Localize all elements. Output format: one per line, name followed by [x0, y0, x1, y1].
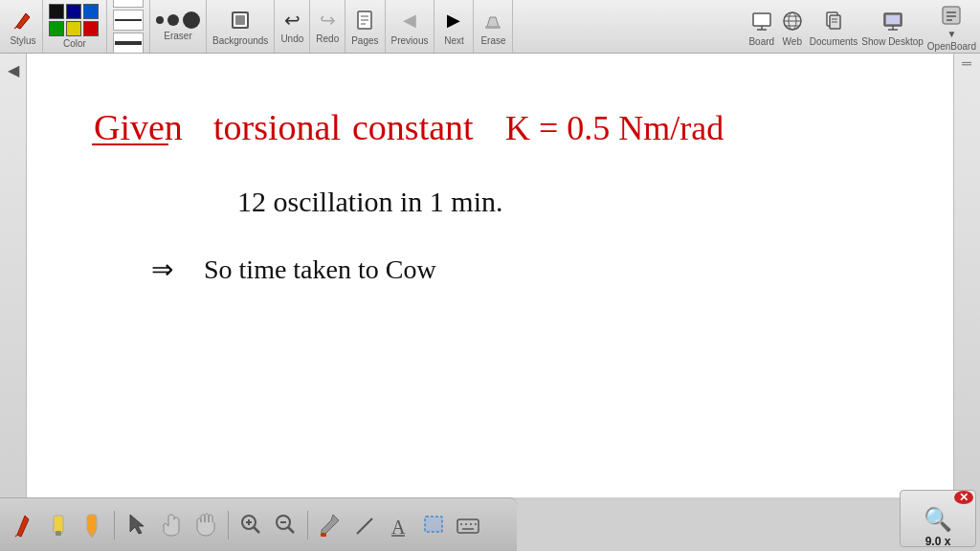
color-green[interactable] [49, 21, 64, 36]
svg-rect-3 [235, 15, 245, 25]
line-draw-button[interactable] [349, 508, 380, 542]
separator-1 [114, 511, 115, 540]
svg-text:A: A [391, 517, 406, 538]
web-button[interactable] [779, 8, 806, 34]
openboard-chevron[interactable]: ▼ [947, 29, 956, 39]
right-toolbar: Board Web [745, 0, 980, 54]
line-medium[interactable] [113, 10, 144, 31]
color-darkblue[interactable] [66, 4, 81, 19]
right-sidebar-toggle[interactable]: || [962, 61, 972, 66]
eraser-small[interactable] [156, 16, 164, 24]
previous-button[interactable]: ◀ [396, 7, 423, 33]
zoom-in-button[interactable] [235, 508, 266, 542]
svg-line-40 [254, 527, 259, 533]
documents-label: Documents [810, 36, 858, 47]
svg-rect-44 [321, 533, 326, 537]
redo-label: Redo [316, 33, 339, 44]
next-label: Next [444, 35, 464, 46]
handwritten-content: Given torsional constant K = 0.5 Nm/rad … [27, 54, 953, 497]
color-blue[interactable] [83, 4, 99, 19]
show-desktop-label: Show Desktop [861, 36, 923, 47]
redo-button[interactable]: ↪ [320, 9, 336, 32]
next-group: ▶ Next [434, 0, 474, 53]
line-thick[interactable] [113, 33, 144, 54]
zoom-out-button[interactable] [270, 508, 301, 542]
web-label: Web [783, 36, 802, 47]
zoom-indicator: ✕ 🔍 9.0 x [900, 490, 976, 547]
bottom-toolbar: A [0, 497, 517, 551]
eraser-label: Eraser [164, 31, 191, 41]
text-k-value: K = 0.5 Nm/rad [505, 109, 724, 147]
svg-line-45 [357, 518, 372, 534]
svg-rect-48 [425, 517, 442, 532]
left-sidebar-toggle[interactable]: ◀ [8, 61, 19, 79]
stylus-label: Stylus [10, 35, 35, 46]
openboard-button[interactable] [938, 2, 965, 29]
stylus-button[interactable] [10, 7, 36, 33]
pages-button[interactable] [351, 7, 378, 33]
next-button[interactable]: ▶ [440, 7, 467, 33]
backgrounds-label: Backgrounds [212, 35, 268, 46]
keyboard-button[interactable] [453, 508, 483, 542]
top-toolbar: Stylus Color Line Eraser [0, 0, 980, 54]
documents-group: Documents [810, 8, 858, 47]
undo-button[interactable]: ↩ [284, 9, 301, 32]
hand-open-button[interactable] [190, 508, 221, 542]
undo-group: ↩ Undo [275, 0, 310, 53]
text-oscillation: 12 oscillation in 1 min. [237, 186, 503, 217]
svg-marker-8 [487, 17, 499, 27]
text-arrow: ⇒ [151, 254, 173, 284]
web-group: Web [779, 8, 806, 47]
line-group: Line [107, 0, 150, 53]
svg-rect-34 [87, 515, 97, 532]
svg-line-43 [288, 527, 294, 533]
backgrounds-group: Backgrounds [207, 0, 275, 53]
separator-3 [307, 511, 308, 540]
board-button[interactable] [748, 8, 775, 34]
show-desktop-group: Show Desktop [861, 8, 923, 47]
svg-line-31 [15, 535, 17, 537]
previous-label: Previous [391, 35, 429, 46]
zoom-search-icon: 🔍 [924, 506, 952, 533]
eyedropper-button[interactable] [315, 508, 345, 542]
backgrounds-button[interactable] [227, 7, 254, 33]
hand-pan-button[interactable] [156, 508, 187, 542]
svg-marker-36 [130, 515, 144, 534]
pages-label: Pages [351, 35, 378, 46]
svg-rect-23 [886, 15, 900, 24]
svg-marker-35 [88, 532, 96, 538]
text-tool-button[interactable]: A [384, 508, 414, 542]
svg-line-0 [14, 27, 16, 29]
select-button[interactable] [122, 508, 152, 542]
svg-rect-32 [54, 516, 63, 533]
text-so-time: So time taken to Cow [204, 254, 436, 284]
redo-group: ↪ Redo [310, 0, 345, 53]
text-constant: constant [352, 107, 474, 147]
color-yellow[interactable] [66, 21, 81, 36]
show-desktop-button[interactable] [880, 8, 906, 34]
whiteboard-svg: Given torsional constant K = 0.5 Nm/rad … [27, 54, 953, 497]
stylus-group: Stylus [4, 0, 43, 53]
documents-button[interactable] [820, 8, 847, 34]
eraser-group: Eraser [150, 0, 207, 53]
color-group: Color [43, 0, 107, 53]
line-thin[interactable] [113, 0, 144, 8]
marker-button[interactable] [77, 508, 107, 542]
region-select-button[interactable] [418, 508, 449, 542]
eraser-large[interactable] [183, 11, 200, 29]
erase-button[interactable] [479, 7, 506, 33]
eraser-medium[interactable] [167, 14, 179, 26]
erase-group: Erase [474, 0, 513, 53]
color-black[interactable] [49, 4, 64, 19]
pen-tool-button[interactable] [8, 508, 38, 542]
color-red[interactable] [83, 21, 99, 36]
openboard-group: ▼ OpenBoard [927, 2, 976, 52]
highlighter-button[interactable] [42, 508, 73, 542]
pages-group: Pages [345, 0, 385, 53]
svg-rect-26 [943, 7, 960, 24]
canvas-area: Given torsional constant K = 0.5 Nm/rad … [27, 54, 953, 497]
undo-label: Undo [280, 33, 303, 44]
left-sidebar: ◀ [0, 54, 27, 497]
zoom-close-button[interactable]: ✕ [954, 491, 973, 504]
svg-rect-33 [56, 531, 61, 536]
